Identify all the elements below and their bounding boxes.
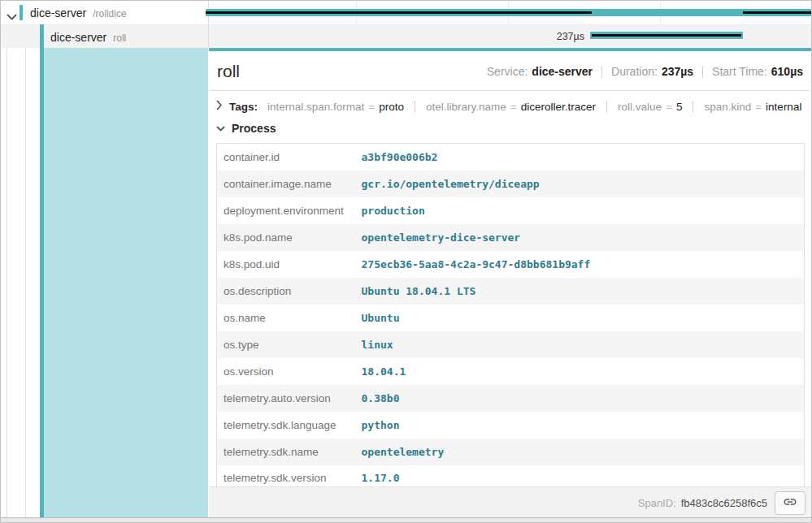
process-key: k8s.pod.uid: [217, 251, 355, 278]
span-duration-label: 237µs: [513, 31, 584, 42]
start-time-label: Start Time:: [712, 65, 767, 78]
tag-divider: [606, 101, 607, 113]
process-key: container.id: [217, 144, 355, 171]
process-key: os.name: [217, 305, 355, 331]
tag-equals: =: [510, 101, 517, 113]
process-key: os.version: [217, 358, 355, 385]
table-row: os.descriptionUbuntu 18.04.1 LTS: [217, 278, 805, 305]
process-value: a3bf90e006b2: [355, 144, 805, 171]
process-value: Ubuntu: [355, 305, 805, 331]
table-row: k8s.pod.uid275ecb36-5aa8-4c2a-9c47-d8bb6…: [217, 251, 805, 278]
span-overview-stats: Service: dice-server Duration: 237µs Sta…: [487, 65, 803, 78]
span-service-name: dice-server/rolldice: [30, 6, 127, 19]
selected-span-highlight: [44, 48, 208, 518]
span-detail-footer: SpanID: fb483c8c6258f6c5: [209, 486, 811, 518]
process-value: production: [355, 197, 805, 224]
duration-label: Duration:: [611, 65, 658, 78]
table-row: deployment.environmentproduction: [217, 197, 805, 224]
tag-key: otel.library.name: [426, 101, 506, 113]
tag-divider: [693, 101, 693, 113]
tag-equals: =: [666, 101, 672, 113]
span-operation-name: /rolldice: [93, 8, 126, 19]
service-value: dice-server: [532, 65, 593, 78]
tag-equals: =: [368, 101, 375, 113]
process-key: telemetry.auto.version: [217, 385, 355, 412]
tag-value: internal: [766, 101, 801, 113]
chevron-right-icon: [216, 100, 223, 113]
page-bottom-strip: [1, 517, 811, 522]
process-value: python: [355, 412, 805, 439]
process-value: 0.38b0: [355, 385, 805, 412]
indent-guide: [7, 48, 7, 518]
chevron-down-icon: [216, 121, 225, 136]
table-row: container.image.namegcr.io/opentelemetry…: [217, 171, 805, 197]
tags-accordion[interactable]: Tags: internal.span.format = proto otel.…: [209, 91, 811, 119]
process-value: opentelemetry-dice-server: [355, 224, 805, 251]
critical-path-segment: [592, 34, 741, 37]
span-service-name: dice-serverroll: [50, 31, 126, 44]
process-value: Ubuntu 18.04.1 LTS: [355, 278, 805, 305]
tag-equals: =: [755, 101, 762, 113]
table-row: telemetry.sdk.languagepython: [217, 412, 805, 439]
process-value: linux: [355, 331, 805, 358]
process-key: k8s.pod.name: [217, 224, 355, 251]
span-operation-name: roll: [113, 32, 126, 44]
span-color-block: [20, 5, 23, 20]
process-key: telemetry.sdk.language: [217, 412, 355, 439]
copy-link-button[interactable]: [775, 491, 805, 515]
table-row: os.version18.04.1: [217, 358, 805, 385]
span-id-label: SpanID:: [638, 497, 676, 509]
stat-divider: [702, 66, 703, 78]
span-row-roll[interactable]: dice-serverroll 237µs: [1, 24, 811, 48]
stat-divider: [601, 66, 602, 78]
chevron-down-icon[interactable]: [7, 10, 17, 17]
process-value: opentelemetry: [355, 439, 805, 465]
process-key: os.type: [217, 331, 355, 358]
process-key: os.description: [217, 278, 355, 305]
table-row: os.nameUbuntu: [217, 305, 805, 331]
process-key: telemetry.sdk.name: [217, 439, 355, 465]
table-row: telemetry.sdk.nameopentelemetry: [217, 439, 805, 465]
span-bar-rolldice[interactable]: [206, 9, 811, 16]
trace-view: dice-server/rolldice dice-serverroll 237…: [0, 0, 812, 523]
start-time-value: 610µs: [771, 65, 803, 78]
tag-key: span.kind: [704, 101, 751, 113]
process-value: 275ecb36-5aa8-4c2a-9c47-d8bb681b9aff: [355, 251, 805, 278]
process-label: Process: [232, 122, 276, 135]
process-key-value-table: container.ida3bf90e006b2 container.image…: [216, 143, 805, 492]
process-value: gcr.io/opentelemetry/diceapp: [355, 171, 805, 197]
link-icon: [783, 495, 797, 512]
table-row: os.typelinux: [217, 331, 805, 358]
process-accordion[interactable]: Process: [209, 119, 811, 143]
tag-key: roll.value: [618, 101, 662, 113]
tag-value: proto: [379, 101, 404, 113]
tag-key: internal.span.format: [267, 101, 364, 113]
span-color-block: [40, 24, 44, 48]
process-key: container.image.name: [217, 171, 355, 197]
duration-value: 237µs: [662, 65, 693, 78]
table-row: telemetry.auto.version0.38b0: [217, 385, 805, 412]
span-row-rolldice[interactable]: dice-server/rolldice: [1, 1, 811, 24]
indent-guide: [25, 48, 26, 518]
span-detail-header: roll Service: dice-server Duration: 237µ…: [211, 51, 810, 91]
process-value: 18.04.1: [355, 358, 805, 385]
critical-path-segment: [206, 11, 592, 14]
service-label: Service:: [487, 65, 528, 78]
span-id-value: fb483c8c6258f6c5: [681, 497, 767, 509]
tags-label: Tags:: [229, 101, 258, 113]
tag-divider: [415, 101, 415, 113]
span-title: roll: [217, 62, 240, 81]
span-bar-roll[interactable]: [590, 32, 743, 39]
critical-path-segment: [743, 11, 811, 14]
table-row: k8s.pod.nameopentelemetry-dice-server: [217, 224, 805, 251]
process-key: deployment.environment: [217, 197, 355, 224]
span-detail-panel: roll Service: dice-server Duration: 237µ…: [209, 48, 811, 518]
table-row: container.ida3bf90e006b2: [217, 144, 805, 171]
tag-value: diceroller.tracer: [521, 101, 596, 113]
tag-value: 5: [676, 101, 683, 113]
